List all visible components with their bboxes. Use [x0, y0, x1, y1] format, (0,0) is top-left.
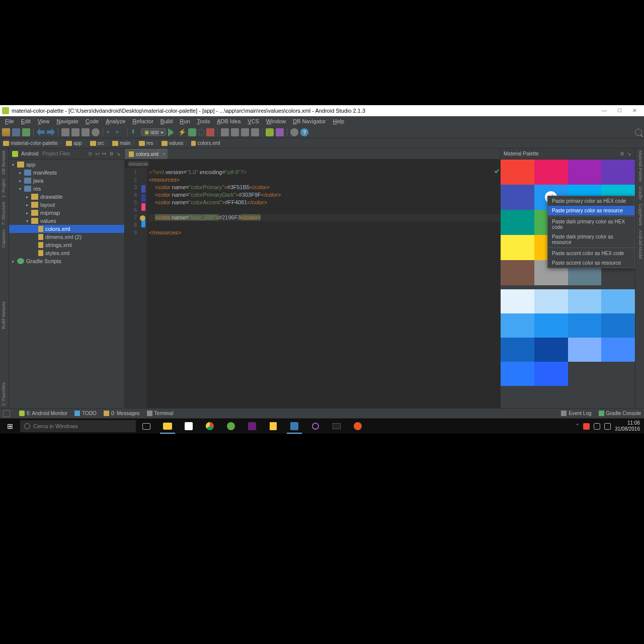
editor-line[interactable]: <?xml version="1.0" encoding="utf-8"?> — [149, 169, 500, 176]
editor-line[interactable]: <color name="colorAccent">#FF4081</color… — [149, 199, 500, 206]
palette-swatch[interactable] — [501, 185, 534, 210]
taskbar-terminal[interactable] — [326, 419, 347, 434]
context-menu-item[interactable]: Paste primary color as HEX code — [548, 196, 634, 206]
shade-swatch[interactable] — [534, 289, 568, 313]
tree-arrow-icon[interactable]: ▾ — [19, 187, 24, 191]
tree-arrow-icon[interactable]: ▸ — [19, 179, 24, 183]
shade-swatch[interactable] — [534, 362, 568, 386]
adb-icon[interactable] — [276, 128, 284, 136]
run-config-dropdown[interactable]: ▣ app — [141, 128, 166, 136]
open-icon[interactable] — [2, 128, 10, 136]
bulb-icon[interactable] — [140, 215, 145, 221]
left-tool-build-variants[interactable]: Build Variants — [1, 301, 8, 329]
close-tab-icon[interactable]: × — [163, 151, 166, 156]
shade-swatch[interactable] — [601, 313, 635, 338]
find-icon[interactable] — [92, 128, 100, 136]
stop-icon[interactable] — [206, 128, 214, 136]
tree-item[interactable]: ▾app — [9, 160, 124, 169]
editor-body[interactable]: 123456789 <?xml version="1.0" encoding="… — [125, 168, 500, 408]
make-icon[interactable]: ⬇ — [131, 128, 139, 136]
project-view-files-tab[interactable]: Project Files — [42, 151, 70, 156]
tray-cloud-icon[interactable] — [594, 423, 600, 430]
palette-swatch[interactable] — [568, 159, 602, 185]
panel-settings-icon[interactable]: ⚙ — [108, 151, 114, 156]
instant-run-icon[interactable]: ⚡ — [178, 128, 186, 136]
right-tool-material-palette[interactable]: Material Palette — [636, 150, 643, 182]
taskbar-explorer[interactable] — [157, 419, 178, 434]
project-structure-icon[interactable] — [251, 128, 259, 136]
tray-app-icon[interactable] — [583, 423, 590, 430]
shade-swatch[interactable] — [501, 289, 534, 313]
shade-swatch[interactable] — [601, 338, 635, 362]
sdk-icon[interactable] — [231, 128, 239, 136]
taskbar-search[interactable]: Cerca in Windows — [20, 420, 136, 432]
avd-icon[interactable] — [221, 128, 229, 136]
palette-swatch[interactable] — [501, 210, 534, 235]
run-icon[interactable] — [168, 128, 176, 136]
color-gutter-icon[interactable] — [141, 185, 145, 193]
task-view-button[interactable] — [136, 419, 157, 434]
menu-navigate[interactable]: Navigate — [53, 117, 81, 125]
context-menu-item[interactable]: Paste dark primary color as HEX code — [548, 217, 634, 232]
scroll-from-icon[interactable]: ↤ — [94, 151, 100, 156]
menu-file[interactable]: File — [2, 117, 17, 125]
tree-arrow-icon[interactable]: ▸ — [26, 203, 31, 207]
right-tool-copypaste[interactable]: CopyPaste — [636, 204, 643, 226]
taskbar-visual-studio[interactable] — [242, 419, 263, 434]
sdk-manager-icon[interactable] — [241, 128, 249, 136]
editor-tab-colors[interactable]: colors.xml × — [125, 149, 168, 159]
help-icon[interactable]: ? — [300, 128, 308, 136]
shade-swatch[interactable] — [501, 362, 534, 386]
context-menu-item[interactable]: Paste accent color as resource — [548, 258, 634, 268]
hide-panel-icon[interactable]: ↘ — [115, 151, 121, 156]
context-menu-item[interactable]: Paste primary color as resource — [548, 206, 634, 215]
tree-item[interactable]: ▸java — [9, 177, 124, 185]
breadcrumb-segment[interactable]: values — [169, 140, 184, 146]
bottom-tool-0-messages[interactable]: 0: Messages — [104, 411, 140, 416]
attach-debugger-icon[interactable] — [198, 129, 204, 135]
tree-item[interactable]: ▸manifests — [9, 169, 124, 177]
taskbar-clock[interactable]: 11:06 31/08/2016 — [615, 420, 640, 432]
tree-arrow-icon[interactable]: ▸ — [26, 195, 31, 199]
menu-view[interactable]: View — [35, 117, 53, 125]
palette-swatch[interactable] — [501, 235, 534, 260]
left-tool-captures[interactable]: Captures — [1, 229, 8, 248]
editor-line[interactable]: <resources> — [149, 176, 500, 184]
start-button[interactable]: ⊞ — [0, 422, 20, 430]
undo-icon[interactable] — [37, 128, 45, 136]
tree-item[interactable]: dimens.xml (2) — [9, 233, 124, 241]
breadcrumb-segment[interactable]: material-color-palette — [11, 140, 58, 146]
shade-swatch[interactable] — [568, 289, 602, 313]
collapse-icon[interactable]: ⊙ — [87, 151, 93, 156]
editor-line[interactable]: </resources> — [149, 229, 500, 236]
paste-icon[interactable] — [82, 128, 90, 136]
editor-line[interactable] — [149, 221, 500, 229]
color-gutter-icon[interactable] — [141, 220, 145, 227]
tree-item[interactable]: ▾res — [9, 185, 124, 193]
tool-windows-icon[interactable] — [3, 410, 10, 417]
left-tool-db-browser[interactable]: DB Browser — [1, 150, 8, 175]
right-tool-gradle[interactable]: Gradle — [636, 186, 643, 200]
taskbar-app-purple[interactable] — [305, 419, 326, 434]
bottom-tool-todo[interactable]: TODO — [74, 411, 97, 416]
menu-tools[interactable]: Tools — [194, 117, 213, 125]
tree-item[interactable]: ▸drawable — [9, 193, 124, 201]
shade-swatch[interactable] — [534, 313, 568, 338]
sync-icon[interactable] — [22, 128, 30, 136]
menu-adb-idea[interactable]: ADB Idea — [214, 117, 244, 125]
left-tool-2-favorites[interactable]: 2: Favorites — [1, 382, 8, 406]
shade-swatch[interactable] — [501, 313, 534, 338]
tree-item[interactable]: strings.xml — [9, 241, 124, 249]
palette-swatch[interactable] — [601, 159, 635, 185]
right-tool-android-model[interactable]: Android Model — [636, 230, 643, 259]
tree-arrow-icon[interactable]: ▸ — [26, 211, 31, 215]
panel-settings-icon[interactable]: ⚙ — [619, 151, 625, 156]
settings-icon[interactable] — [290, 128, 298, 136]
breadcrumb-segment[interactable]: src — [98, 140, 104, 146]
shade-swatch[interactable] — [501, 338, 534, 362]
tree-item[interactable]: ▸Gradle Scripts — [9, 257, 124, 265]
search-everywhere-icon[interactable] — [635, 129, 642, 136]
tree-arrow-icon[interactable]: ▸ — [12, 259, 17, 264]
taskbar-app-green[interactable] — [220, 419, 242, 434]
left-tool-7-structure[interactable]: 7: Structure — [1, 202, 8, 225]
